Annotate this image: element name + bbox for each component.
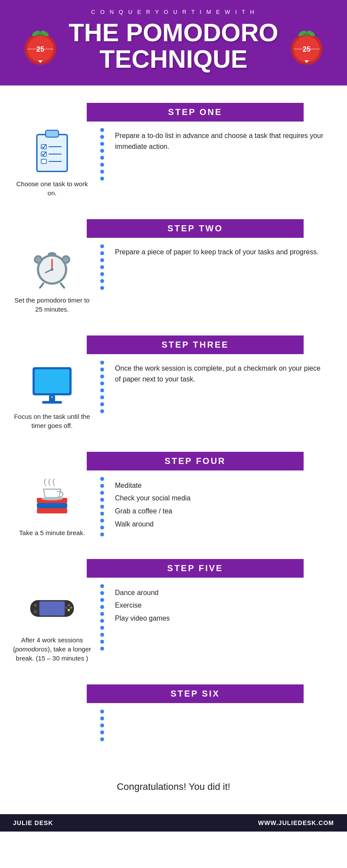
dot: [100, 279, 104, 283]
step-six-section: STEP SIX: [0, 676, 347, 768]
step-one-badge: STEP ONE: [87, 103, 304, 122]
dot: [100, 272, 104, 276]
header-title-text: THE POMODORO TECHNIQUE: [69, 20, 278, 72]
list-item: Dance around: [115, 586, 325, 599]
step-one-dots: [100, 128, 104, 181]
step-one-divider: [95, 122, 108, 181]
svg-point-45: [41, 497, 63, 500]
dot: [100, 605, 104, 609]
dot: [100, 375, 104, 378]
step-six-dots: [100, 710, 104, 741]
congrats-text: Congratulations! You did it!: [117, 781, 230, 792]
step-four-content: Take a 5 minute break. Meditate: [9, 470, 338, 542]
dot: [100, 723, 104, 727]
step-two-caption: Set the pomodoro timer to 25 minutes.: [9, 296, 95, 314]
dot: [100, 388, 104, 392]
svg-rect-40: [42, 401, 62, 404]
header: C O N Q U E R Y O U R T I M E W I T H 25…: [0, 0, 347, 85]
svg-point-41: [51, 396, 53, 398]
dot: [100, 730, 104, 734]
step-six-divider: [95, 703, 108, 760]
list-item: Meditate: [115, 479, 325, 492]
step-three-dots: [100, 361, 104, 413]
svg-rect-18: [46, 130, 59, 137]
dot: [100, 361, 104, 365]
game-console-icon: [28, 584, 76, 632]
step-one-content: Choose one task to work on. Prepare a to…: [9, 122, 338, 202]
dot: [100, 135, 104, 139]
svg-point-34: [36, 257, 41, 262]
dot: [100, 477, 104, 481]
step-six-right: [108, 703, 338, 716]
step-six-content: [9, 703, 338, 760]
dot: [100, 505, 104, 509]
step-three-caption: Focus on the task until the timer goes o…: [9, 412, 95, 430]
svg-rect-23: [41, 159, 46, 164]
list-item: Play video games: [115, 612, 325, 625]
coffee-icon: [28, 477, 76, 525]
dot: [100, 381, 104, 385]
step-two-divider: [95, 238, 108, 294]
step-five-divider: [95, 578, 108, 651]
step-four-label: STEP FOUR: [164, 456, 226, 466]
list-item: Check your social media: [115, 492, 325, 505]
dot: [100, 584, 104, 588]
dot: [100, 258, 104, 262]
step-one-section: STEP ONE Choose: [0, 94, 347, 210]
step-six-badge: STEP SIX: [87, 684, 304, 703]
dot: [100, 647, 104, 651]
list-item: Exercise: [115, 599, 325, 612]
step-five-caption: After 4 work sessions (pomodoros), take …: [9, 635, 95, 663]
step-three-badge: STEP THREE: [87, 335, 304, 354]
dot: [100, 149, 104, 153]
step-four-left: Take a 5 minute break.: [9, 470, 95, 542]
tomato-left-icon: 25: [21, 26, 60, 66]
step-one-left: Choose one task to work on.: [9, 122, 95, 202]
footer-right: WWW.JULIEDESK.COM: [258, 819, 334, 826]
step-four-section: STEP FOUR: [0, 443, 347, 550]
step-five-section: STEP FIVE After 4 work sessions (pomod: [0, 550, 347, 676]
dot: [100, 395, 104, 399]
step-four-caption: Take a 5 minute break.: [17, 528, 87, 537]
dot: [100, 265, 104, 269]
svg-point-53: [65, 606, 68, 609]
dot: [100, 498, 104, 502]
svg-rect-47: [39, 601, 65, 615]
step-five-dots: [100, 584, 104, 651]
dot: [100, 533, 104, 536]
svg-point-49: [34, 610, 37, 613]
alarm-clock-icon: [28, 244, 76, 292]
dot: [100, 368, 104, 372]
list-item: Walk around: [115, 518, 325, 531]
step-five-left: After 4 work sessions (pomodoros), take …: [9, 578, 95, 667]
dot: [100, 251, 104, 255]
svg-text:25: 25: [36, 46, 44, 53]
svg-rect-42: [37, 508, 67, 513]
dot: [100, 640, 104, 644]
dot: [100, 633, 104, 637]
svg-point-52: [68, 609, 70, 612]
dot: [100, 717, 104, 720]
svg-rect-43: [37, 503, 67, 508]
header-title-line2: TECHNIQUE: [69, 46, 278, 72]
dot: [100, 612, 104, 616]
dot: [100, 512, 104, 516]
dot: [100, 402, 104, 406]
clipboard-icon: [28, 128, 76, 176]
step-two-description: Prepare a piece of paper to keep track o…: [108, 238, 338, 262]
dot: [100, 737, 104, 741]
dot: [100, 710, 104, 713]
svg-point-50: [68, 604, 70, 607]
step-four-dots: [100, 477, 104, 536]
header-title-line1: THE POMODORO: [69, 20, 278, 46]
main-content: STEP ONE Choose: [0, 85, 347, 814]
dot: [100, 526, 104, 529]
footer-left: JULIE DESK: [13, 819, 53, 826]
step-three-section: STEP THREE Focus on the task until the t…: [0, 327, 347, 443]
step-two-dots: [100, 244, 104, 290]
svg-rect-38: [35, 369, 69, 393]
tomato-right-icon: 25: [287, 26, 326, 66]
list-item: Grab a coffee / tea: [115, 505, 325, 518]
step-three-left: Focus on the task until the timer goes o…: [9, 354, 95, 434]
step-three-label: STEP THREE: [161, 340, 229, 349]
